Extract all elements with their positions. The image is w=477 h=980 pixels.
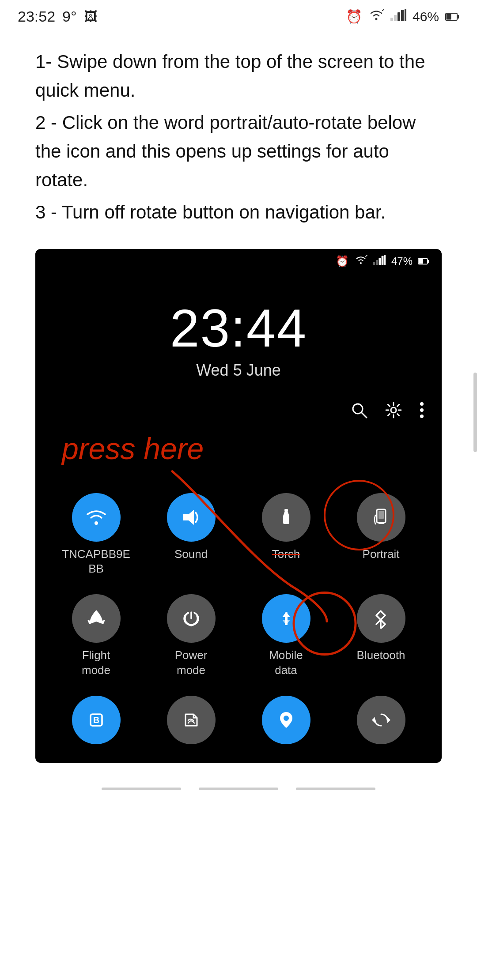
status-time: 23:52 <box>18 8 55 25</box>
quick-row1: TNCAPBB9EBB Sound <box>35 484 442 590</box>
power-label: Powermode <box>175 648 208 678</box>
ss-status-bar: ⏰ 47% <box>35 249 442 271</box>
svg-point-0 <box>375 18 377 20</box>
ss-clock-area: 23:44 Wed 5 June <box>35 271 442 393</box>
svg-rect-14 <box>384 255 386 265</box>
quick-item-mobile-data[interactable]: Mobiledata <box>238 590 333 682</box>
scroll-indicator[interactable] <box>473 373 477 452</box>
svg-marker-25 <box>183 510 194 525</box>
quick-item-power[interactable]: Powermode <box>144 590 238 682</box>
ss-battery-pct: 47% <box>391 255 413 268</box>
wifi-label: TNCAPBB9EBB <box>62 547 130 577</box>
settings-icon[interactable] <box>385 402 402 422</box>
battery-icon <box>445 9 459 24</box>
bottom-dividers <box>0 780 477 795</box>
sound-label: Sound <box>174 547 208 562</box>
divider-3 <box>296 788 375 790</box>
bluetooth-label: Bluetooth <box>357 648 405 663</box>
svg-marker-37 <box>387 717 390 723</box>
screenshot-container: ⏰ 47% <box>35 249 442 763</box>
svg-rect-30 <box>379 511 384 519</box>
more-options-icon[interactable] <box>420 402 424 422</box>
press-here-label: press here <box>62 431 204 466</box>
bluetooth-toggle[interactable] <box>357 594 405 643</box>
portrait-toggle[interactable] <box>357 493 405 542</box>
quick-item-portrait[interactable]: Portrait <box>333 489 428 581</box>
torch-label: Torch <box>272 547 300 562</box>
svg-rect-1 <box>390 18 393 21</box>
svg-rect-28 <box>284 509 288 511</box>
svg-rect-31 <box>379 522 384 524</box>
quick-item-location[interactable] <box>238 691 333 754</box>
svg-rect-4 <box>401 10 404 21</box>
annotation-container: press here TNCAPBB9EBB <box>35 427 442 763</box>
quick-row3: B <box>35 691 442 763</box>
quick-item-flight[interactable]: Flightmode <box>49 590 144 682</box>
nfc-toggle[interactable] <box>167 696 216 744</box>
svg-rect-2 <box>394 15 397 21</box>
quick-item-bixby[interactable]: B <box>49 691 144 754</box>
svg-text:B: B <box>93 715 99 725</box>
battery-percent: 46% <box>413 9 439 24</box>
step1: 1- Swipe down from the top of the screen… <box>35 47 446 105</box>
svg-line-19 <box>361 412 367 418</box>
svg-point-23 <box>420 415 424 418</box>
divider-2 <box>199 788 278 790</box>
mobile-data-toggle[interactable] <box>262 594 310 643</box>
autorotate-toggle[interactable] <box>357 696 405 744</box>
ss-wifi-icon <box>354 255 367 268</box>
svg-point-20 <box>391 407 396 413</box>
instructions-text: 1- Swipe down from the top of the screen… <box>0 30 477 240</box>
quick-item-wifi[interactable]: TNCAPBB9EBB <box>49 489 144 581</box>
gallery-icon: 🖼 <box>84 9 97 24</box>
location-toggle[interactable] <box>262 696 310 744</box>
step3: 3 - Turn off rotate button on navigation… <box>35 198 446 226</box>
wifi-icon <box>368 9 384 24</box>
svg-rect-17 <box>419 259 423 263</box>
svg-rect-12 <box>379 258 381 265</box>
quick-item-autorotate[interactable] <box>333 691 428 754</box>
alarm-icon: ⏰ <box>346 9 362 24</box>
svg-rect-8 <box>447 14 451 19</box>
svg-rect-5 <box>405 9 406 21</box>
mobile-data-label: Mobiledata <box>269 648 303 678</box>
status-temp: 9° <box>62 8 77 25</box>
svg-rect-3 <box>398 12 400 21</box>
quick-item-nfc[interactable] <box>144 691 238 754</box>
svg-rect-26 <box>283 515 289 524</box>
svg-rect-10 <box>373 262 375 264</box>
ss-date: Wed 5 June <box>35 361 442 380</box>
ss-menu-header <box>35 393 442 427</box>
svg-rect-7 <box>457 15 459 19</box>
sound-toggle[interactable] <box>167 493 216 542</box>
ss-signal-icon <box>373 255 386 268</box>
status-bar: 23:52 9° 🖼 ⏰ 46% <box>0 0 477 30</box>
bixby-toggle[interactable]: B <box>72 696 121 744</box>
svg-point-24 <box>95 521 98 525</box>
flight-label: Flightmode <box>82 648 110 678</box>
ss-battery-icon <box>418 255 429 268</box>
signal-icon <box>390 9 406 24</box>
svg-point-9 <box>360 262 362 264</box>
quick-item-bluetooth[interactable]: Bluetooth <box>333 590 428 682</box>
status-left: 23:52 9° 🖼 <box>18 8 97 25</box>
divider-1 <box>102 788 181 790</box>
ss-alarm-icon: ⏰ <box>336 255 349 268</box>
svg-marker-38 <box>372 717 375 723</box>
svg-marker-27 <box>283 511 289 516</box>
annotation-area: press here <box>35 427 442 484</box>
search-icon[interactable] <box>351 402 367 422</box>
torch-toggle[interactable] <box>262 493 310 542</box>
flight-toggle[interactable] <box>72 594 121 643</box>
quick-item-torch[interactable]: Torch <box>238 489 333 581</box>
status-right: ⏰ 46% <box>346 9 459 24</box>
svg-rect-16 <box>428 260 429 262</box>
power-toggle[interactable] <box>167 594 216 643</box>
quick-row2: Flightmode Powermode <box>35 590 442 691</box>
quick-item-sound[interactable]: Sound <box>144 489 238 581</box>
svg-rect-13 <box>382 256 384 264</box>
svg-point-21 <box>420 402 424 406</box>
svg-point-22 <box>420 408 424 412</box>
step2: 2 - Click on the word portrait/auto-rota… <box>35 108 446 194</box>
wifi-toggle[interactable] <box>72 493 121 542</box>
